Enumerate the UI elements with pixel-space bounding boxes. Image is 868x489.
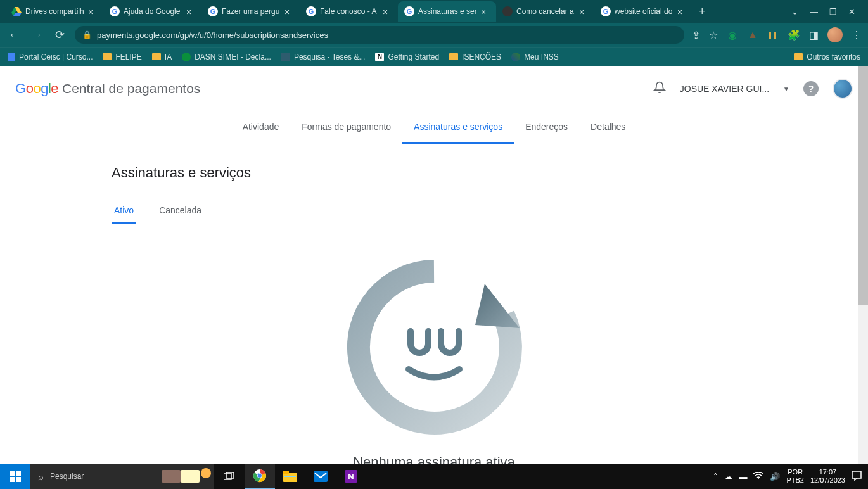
close-icon[interactable]: ×: [186, 7, 195, 16]
extension-icon[interactable]: ◉: [727, 29, 738, 41]
close-button[interactable]: ✕: [848, 7, 855, 16]
explorer-taskbar-icon[interactable]: [275, 464, 305, 489]
menu-icon[interactable]: ⋮: [852, 29, 862, 41]
chrome-taskbar-icon[interactable]: [245, 464, 275, 489]
inss-icon: [511, 53, 520, 61]
generic-favicon: [502, 6, 513, 16]
share-icon[interactable]: ⇪: [692, 29, 700, 41]
nav-formas-pagamento[interactable]: Formas de pagamento: [290, 111, 402, 144]
onenote-taskbar-icon[interactable]: N: [336, 464, 366, 489]
reload-button[interactable]: ⟳: [52, 28, 67, 42]
task-view-icon[interactable]: [214, 464, 245, 489]
section-title: Assinaturas e serviços: [112, 165, 756, 181]
extension-icon[interactable]: ⫿⫿: [767, 29, 779, 41]
back-button[interactable]: ←: [6, 29, 22, 42]
svg-point-17: [201, 468, 211, 478]
profile-avatar[interactable]: [827, 27, 843, 42]
browser-tab[interactable]: G Ajuda do Google ×: [103, 1, 201, 22]
folder-icon: [794, 53, 803, 60]
google-favicon: G: [404, 6, 414, 16]
browser-tab[interactable]: G Fazer uma pergu ×: [201, 1, 300, 22]
close-icon[interactable]: ×: [481, 7, 490, 16]
app-header: Google Central de pagamentos JOSUE XAVIE…: [0, 66, 868, 111]
nav-detalhes[interactable]: Detalhes: [579, 111, 637, 144]
svg-rect-16: [181, 470, 200, 483]
bookmark-item[interactable]: FELIPE: [103, 53, 141, 61]
minimize-button[interactable]: —: [810, 7, 818, 16]
nav-enderecos[interactable]: Endereços: [514, 111, 579, 144]
account-dropdown[interactable]: ▼: [783, 86, 789, 92]
green-icon: [182, 53, 191, 61]
sidepanel-icon[interactable]: ◨: [809, 29, 819, 41]
chevron-down-icon[interactable]: ⌄: [791, 7, 798, 16]
volume-icon[interactable]: 🔊: [770, 472, 780, 481]
browser-tab[interactable]: Drives compartilh ×: [5, 1, 103, 22]
taskbar-widget[interactable]: [158, 464, 215, 489]
browser-tab[interactable]: G Fale conosco - A ×: [300, 1, 398, 22]
tab-title: website oficial do: [615, 7, 673, 16]
svg-rect-9: [283, 473, 297, 482]
close-icon[interactable]: ×: [88, 7, 97, 16]
bookmarks-bar: Portal Ceisc | Curso... FELIPE IA DASN S…: [0, 47, 868, 66]
new-tab-button[interactable]: +: [692, 5, 712, 18]
url-actions: ⇪ ☆ ◉ ▲ ⫿⫿ 🧩 ◨ ⋮: [692, 27, 862, 42]
bookmark-label: DASN SIMEI - Decla...: [195, 53, 271, 61]
tab-title: Como cancelar a: [516, 7, 575, 16]
start-button[interactable]: [0, 464, 30, 489]
bookmark-item[interactable]: Meu INSS: [511, 53, 559, 61]
tab-title: Fazer uma pergu: [222, 7, 281, 16]
extensions-icon[interactable]: 🧩: [788, 29, 800, 41]
star-icon[interactable]: ☆: [709, 29, 718, 41]
browser-tab[interactable]: Como cancelar a ×: [496, 1, 594, 22]
svg-rect-19: [852, 471, 861, 478]
close-icon[interactable]: ×: [677, 7, 686, 16]
search-placeholder: Pesquisar: [50, 472, 84, 481]
account-avatar[interactable]: [833, 79, 853, 99]
battery-icon[interactable]: ▬: [739, 472, 747, 481]
notifications-tray-icon[interactable]: [852, 471, 862, 483]
nav-assinaturas-servicos[interactable]: Assinaturas e serviços: [402, 111, 514, 144]
subtab-cancelada[interactable]: Cancelada: [156, 199, 204, 224]
close-icon[interactable]: ×: [284, 7, 293, 16]
address-bar[interactable]: 🔒 payments.google.com/gp/w/u/0/home/subs…: [75, 26, 684, 44]
nav-atividade[interactable]: Atividade: [231, 111, 291, 144]
sub-tabs: Ativo Cancelada: [112, 199, 756, 224]
google-favicon: G: [601, 6, 611, 16]
forward-button[interactable]: →: [29, 29, 44, 42]
close-icon[interactable]: ×: [383, 7, 392, 16]
svg-rect-10: [283, 471, 289, 474]
other-bookmarks[interactable]: Outros favoritos: [794, 53, 860, 61]
help-icon[interactable]: ?: [803, 81, 819, 96]
tab-title: Assinaturas e ser: [418, 7, 477, 16]
url-bar: ← → ⟳ 🔒 payments.google.com/gp/w/u/0/hom…: [0, 23, 868, 47]
keyboard-label: PTB2: [786, 476, 804, 485]
browser-tab[interactable]: G website oficial do ×: [594, 1, 692, 22]
mail-taskbar-icon[interactable]: [305, 464, 336, 489]
scrollbar-thumb[interactable]: [858, 66, 868, 305]
taskbar: ⌕ Pesquisar N ˄ ☁ ▬ 🔊 POR PTB2: [0, 464, 868, 489]
empty-illustration-icon: [342, 255, 526, 441]
language-indicator[interactable]: POR PTB2: [786, 468, 804, 485]
bookmark-item[interactable]: DASN SIMEI - Decla...: [182, 53, 271, 61]
tab-bar: Drives compartilh × G Ajuda do Google × …: [0, 0, 868, 23]
tray-chevron-icon[interactable]: ˄: [713, 472, 718, 481]
browser-chrome: Drives compartilh × G Ajuda do Google × …: [0, 0, 868, 66]
notifications-icon[interactable]: [653, 81, 666, 97]
bookmark-item[interactable]: Portal Ceisc | Curso...: [8, 53, 93, 61]
bookmark-item[interactable]: ISENÇÕES: [449, 53, 501, 61]
extension-icon[interactable]: ▲: [747, 29, 758, 41]
browser-tab-active[interactable]: G Assinaturas e ser ×: [398, 1, 496, 22]
clock[interactable]: 17:07 12/07/2023: [810, 468, 845, 485]
bookmark-item[interactable]: IA: [152, 53, 172, 61]
empty-state: Nenhuma assinatura ativa Você poderá ger…: [112, 255, 756, 464]
onedrive-icon[interactable]: ☁: [724, 472, 732, 481]
close-icon[interactable]: ×: [579, 7, 588, 16]
wifi-icon[interactable]: [753, 472, 763, 481]
scrollbar[interactable]: [858, 66, 868, 464]
bookmark-item[interactable]: N Getting Started: [375, 53, 439, 61]
svg-marker-3: [475, 284, 520, 328]
maximize-button[interactable]: ❐: [829, 7, 837, 16]
subtab-ativo[interactable]: Ativo: [112, 199, 136, 224]
page-content: Google Central de pagamentos JOSUE XAVIE…: [0, 66, 868, 464]
bookmark-item[interactable]: Pesquisa - Teses &...: [281, 53, 366, 61]
